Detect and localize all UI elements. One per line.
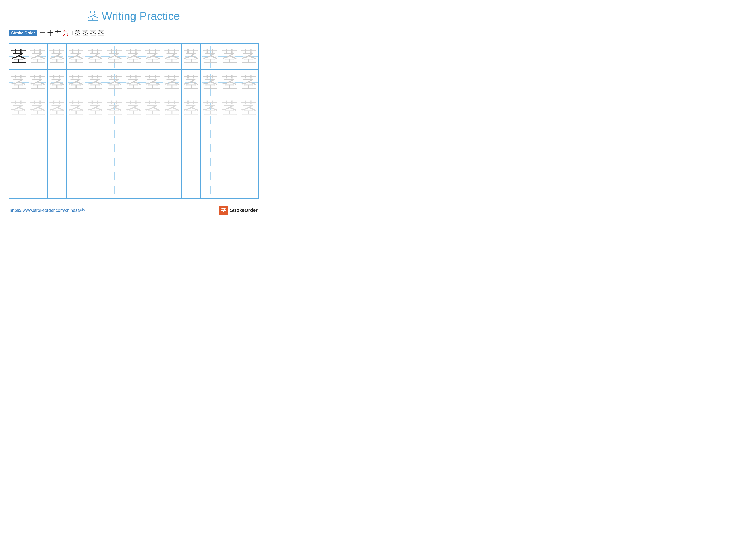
title-text: Writing Practice — [102, 10, 180, 22]
grid-cell-r2c8[interactable]: 茎 — [143, 69, 162, 95]
grid-cell-r1c9[interactable]: 茎 — [162, 43, 181, 69]
grid-cell-r6c11[interactable] — [201, 173, 220, 199]
char-ghost: 茎 — [49, 75, 65, 90]
grid-cell-r3c9[interactable]: 茎 — [162, 95, 181, 121]
grid-cell-r6c5[interactable] — [86, 173, 105, 199]
grid-cell-r4c3[interactable] — [47, 121, 67, 147]
grid-cell-r4c13[interactable] — [239, 121, 258, 147]
grid-cell-r5c1[interactable] — [9, 147, 28, 173]
grid-cell-r5c8[interactable] — [143, 147, 162, 173]
grid-cell-r4c4[interactable] — [67, 121, 86, 147]
brand-char: 字 — [221, 207, 226, 214]
grid-cell-r6c12[interactable] — [220, 173, 239, 199]
page-title: 茎 Writing Practice — [9, 9, 258, 24]
stroke-sequence: 一 十 艹 艿 𠂇 茎 茎 茎 茎 — [40, 29, 104, 37]
grid-cell-r4c2[interactable] — [28, 121, 47, 147]
footer-url[interactable]: https://www.strokeorder.com/chinese/茎 — [10, 207, 85, 213]
grid-cell-r3c10[interactable]: 茎 — [181, 95, 201, 121]
grid-cell-r4c8[interactable] — [143, 121, 162, 147]
char-ghost: 茎 — [30, 100, 45, 116]
grid-cell-r2c13[interactable]: 茎 — [239, 69, 258, 95]
grid-cell-r1c8[interactable]: 茎 — [143, 43, 162, 69]
grid-cell-r6c1[interactable] — [9, 173, 28, 199]
grid-cell-r1c6[interactable]: 茎 — [105, 43, 124, 69]
char-ghost: 茎 — [222, 49, 237, 64]
grid-cell-r5c6[interactable] — [105, 147, 124, 173]
footer: https://www.strokeorder.com/chinese/茎 字 … — [9, 206, 258, 215]
char-ghost: 茎 — [202, 75, 218, 90]
grid-cell-r5c4[interactable] — [67, 147, 86, 173]
grid-cell-r2c9[interactable]: 茎 — [162, 69, 181, 95]
grid-cell-r1c7[interactable]: 茎 — [124, 43, 143, 69]
grid-cell-r3c5[interactable]: 茎 — [86, 95, 105, 121]
grid-cell-r2c2[interactable]: 茎 — [28, 69, 47, 95]
grid-cell-r2c4[interactable]: 茎 — [67, 69, 86, 95]
grid-cell-r3c6[interactable]: 茎 — [105, 95, 124, 121]
grid-cell-r4c9[interactable] — [162, 121, 181, 147]
grid-cell-r2c10[interactable]: 茎 — [181, 69, 201, 95]
grid-cell-r2c6[interactable]: 茎 — [105, 69, 124, 95]
grid-cell-r6c10[interactable] — [181, 173, 201, 199]
grid-cell-r3c12[interactable]: 茎 — [220, 95, 239, 121]
char-ghost: 茎 — [145, 100, 161, 116]
grid-cell-r1c11[interactable]: 茎 — [201, 43, 220, 69]
grid-cell-r6c3[interactable] — [47, 173, 67, 199]
grid-cell-r1c12[interactable]: 茎 — [220, 43, 239, 69]
char-ghost: 茎 — [49, 100, 65, 116]
grid-cell-r4c11[interactable] — [201, 121, 220, 147]
char-ghost: 茎 — [183, 100, 199, 116]
stroke-5: 𠂇 — [71, 30, 73, 37]
grid-cell-r6c2[interactable] — [28, 173, 47, 199]
grid-cell-r4c12[interactable] — [220, 121, 239, 147]
grid-cell-r1c10[interactable]: 茎 — [181, 43, 201, 69]
char-ghost: 茎 — [202, 49, 218, 64]
grid-cell-r4c5[interactable] — [86, 121, 105, 147]
char-ghost: 茎 — [49, 49, 65, 64]
grid-cell-r4c7[interactable] — [124, 121, 143, 147]
grid-cell-r6c4[interactable] — [67, 173, 86, 199]
grid-cell-r4c10[interactable] — [181, 121, 201, 147]
grid-cell-r3c3[interactable]: 茎 — [47, 95, 67, 121]
grid-cell-r5c10[interactable] — [181, 147, 201, 173]
grid-cell-r5c2[interactable] — [28, 147, 47, 173]
grid-cell-r1c1[interactable]: 茎 — [9, 43, 28, 69]
grid-cell-r2c1[interactable]: 茎 — [9, 69, 28, 95]
grid-cell-r4c1[interactable] — [9, 121, 28, 147]
char-ghost: 茎 — [88, 100, 103, 116]
grid-cell-r6c8[interactable] — [143, 173, 162, 199]
grid-cell-r3c2[interactable]: 茎 — [28, 95, 47, 121]
grid-cell-r2c3[interactable]: 茎 — [47, 69, 67, 95]
grid-cell-r2c7[interactable]: 茎 — [124, 69, 143, 95]
grid-cell-r1c3[interactable]: 茎 — [47, 43, 67, 69]
grid-cell-r3c7[interactable]: 茎 — [124, 95, 143, 121]
grid-cell-r2c5[interactable]: 茎 — [86, 69, 105, 95]
grid-cell-r3c11[interactable]: 茎 — [201, 95, 220, 121]
grid-cell-r2c12[interactable]: 茎 — [220, 69, 239, 95]
char-solid: 茎 — [11, 49, 26, 64]
grid-cell-r3c1[interactable]: 茎 — [9, 95, 28, 121]
grid-cell-r1c13[interactable]: 茎 — [239, 43, 258, 69]
grid-cell-r3c4[interactable]: 茎 — [67, 95, 86, 121]
grid-cell-r1c2[interactable]: 茎 — [28, 43, 47, 69]
grid-cell-r6c7[interactable] — [124, 173, 143, 199]
grid-cell-r3c8[interactable]: 茎 — [143, 95, 162, 121]
grid-cell-r6c6[interactable] — [105, 173, 124, 199]
char-ghost: 茎 — [145, 75, 161, 90]
grid-cell-r5c3[interactable] — [47, 147, 67, 173]
grid-cell-r3c13[interactable]: 茎 — [239, 95, 258, 121]
stroke-9: 茎 — [98, 29, 104, 37]
grid-cell-r6c9[interactable] — [162, 173, 181, 199]
grid-cell-r1c4[interactable]: 茎 — [67, 43, 86, 69]
grid-cell-r4c6[interactable] — [105, 121, 124, 147]
grid-cell-r5c7[interactable] — [124, 147, 143, 173]
grid-cell-r5c13[interactable] — [239, 147, 258, 173]
grid-cell-r5c5[interactable] — [86, 147, 105, 173]
grid-cell-r5c12[interactable] — [220, 147, 239, 173]
grid-cell-r5c9[interactable] — [162, 147, 181, 173]
char-ghost: 茎 — [241, 100, 256, 116]
char-ghost: 茎 — [202, 100, 218, 116]
grid-cell-r1c5[interactable]: 茎 — [86, 43, 105, 69]
grid-cell-r5c11[interactable] — [201, 147, 220, 173]
grid-cell-r6c13[interactable] — [239, 173, 258, 199]
grid-cell-r2c11[interactable]: 茎 — [201, 69, 220, 95]
